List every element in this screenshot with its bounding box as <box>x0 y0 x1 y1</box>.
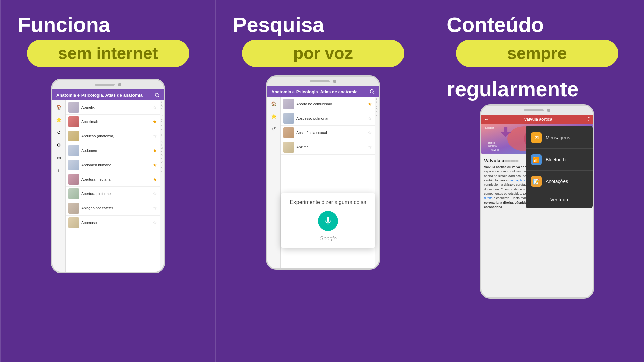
thumb <box>283 113 294 124</box>
phone-mockup-1: Anatomia e Psicologia. Atlas de anatomia… <box>51 79 165 273</box>
phone-mockup-2: Anatomia e Psicologia. Atlas de anatomia… <box>266 75 380 270</box>
notes-label: Anotações <box>546 179 568 184</box>
voice-overlay: Experimente dizer alguma coisa Google <box>281 193 375 248</box>
thumb <box>68 174 79 185</box>
settings-icon-1[interactable]: ⚙ <box>55 141 63 149</box>
share-bluetooth-item[interactable]: 📶 Bluetooth <box>526 150 593 169</box>
app-content-1: 🏠 ⭐ ↺ ⚙ ✉ ℹ Abarelix ☆ Abciximab ★ <box>52 100 164 273</box>
home-icon-2[interactable]: 🏠 <box>270 100 278 108</box>
mail-icon-1[interactable]: ✉ <box>55 154 63 162</box>
thumb <box>68 203 79 214</box>
panel2-pill: por voz <box>242 40 404 67</box>
star-icon[interactable]: ☆ <box>153 220 157 225</box>
phone-top-bar-1 <box>52 80 164 89</box>
history-icon-1[interactable]: ↺ <box>55 128 63 136</box>
thumb <box>68 217 79 228</box>
share-messages-item[interactable]: ✉ Mensagens <box>526 128 593 147</box>
thumb <box>68 102 79 113</box>
ver-tudo-item[interactable]: Ver tudo <box>526 194 593 206</box>
star-icon[interactable]: ☆ <box>368 116 372 121</box>
svg-text:pulmonar: pulmonar <box>488 145 498 148</box>
article-name: Abdução (anatomia) <box>81 134 151 138</box>
messages-icon: ✉ <box>531 132 542 143</box>
article-name: Abscesso pulmonar <box>296 116 366 120</box>
bluetooth-icon: 📶 <box>531 154 542 165</box>
thumb <box>283 99 294 109</box>
article-name: Abertura piriforme <box>81 192 151 196</box>
article-title-bar: ← válvula aórtica ⤴ <box>481 115 593 124</box>
thumb <box>68 116 79 127</box>
article-name: Abdómen <box>81 148 151 153</box>
list-item[interactable]: Abscesso pulmonar ☆ <box>281 111 375 126</box>
star-sidebar-icon-1[interactable]: ⭐ <box>55 116 63 124</box>
list-item[interactable]: Abciximab ★ <box>66 115 160 129</box>
list-item[interactable]: Abertura piriforme ☆ <box>66 187 160 201</box>
star-sidebar-icon-2[interactable]: ⭐ <box>270 112 278 120</box>
article-title: válvula aórtica <box>524 117 552 122</box>
list-item[interactable]: Abertura mediana ★ <box>66 172 160 187</box>
star-icon[interactable]: ★ <box>153 119 157 124</box>
list-item[interactable]: Abomaso ☆ <box>66 216 160 230</box>
share-notes-item[interactable]: 📝 Anotações <box>526 172 593 191</box>
panel-funciona: Funciona sem internet Anatomia e Psicolo… <box>0 0 216 362</box>
phone-speaker-1 <box>95 84 115 86</box>
thumb <box>283 127 294 138</box>
svg-text:Tronco: Tronco <box>488 142 495 144</box>
star-icon[interactable]: ★ <box>153 162 157 168</box>
star-icon[interactable]: ☆ <box>153 205 157 211</box>
list-item[interactable]: Ablação por cateter ☆ <box>66 201 160 216</box>
app-title-2: Anatomia e Psicologia. Atlas de anatomia <box>271 89 369 94</box>
svg-point-0 <box>155 93 158 96</box>
panel3-sub-heading: regularmente <box>447 77 627 101</box>
home-icon-1[interactable]: 🏠 <box>55 103 63 111</box>
phone-mockup-3: ← válvula aórtica ⤴ superior esquer <box>480 104 594 299</box>
star-icon[interactable]: ☆ <box>153 105 157 110</box>
thumb <box>68 131 79 141</box>
star-icon[interactable]: ☆ <box>153 133 157 139</box>
article-name: Abciximab <box>81 120 151 124</box>
link-direita[interactable]: direita <box>484 196 493 200</box>
share-icon[interactable]: ⤴ <box>587 116 590 122</box>
list-item[interactable]: Abarelix ☆ <box>66 100 160 115</box>
article-name: Ablação por cateter <box>81 206 151 210</box>
svg-text:superior: superior <box>485 126 494 129</box>
svg-line-3 <box>373 93 374 94</box>
list-item[interactable]: Abdómen ★ <box>66 143 160 158</box>
search-icon-1[interactable] <box>154 92 160 98</box>
share-divider-1 <box>526 148 593 149</box>
history-icon-2[interactable]: ↺ <box>270 125 278 133</box>
list-item[interactable]: Aborto no comunismo ★ <box>281 97 375 111</box>
star-icon[interactable]: ★ <box>153 177 157 182</box>
thumb <box>283 142 294 153</box>
star-icon[interactable]: ★ <box>153 148 157 153</box>
article-name: Abarelix <box>81 105 151 109</box>
star-icon[interactable]: ☆ <box>368 130 372 135</box>
phone-camera-3 <box>547 109 550 112</box>
messages-label: Mensagens <box>546 135 570 140</box>
article-list-1: Abarelix ☆ Abciximab ★ Abdução (anatomia… <box>66 100 160 273</box>
svg-text:Valva do: Valva do <box>491 149 499 151</box>
back-icon[interactable]: ← <box>484 116 489 122</box>
panel1-pill: sem internet <box>27 40 189 67</box>
article-name: Abstinência sexual <box>296 131 366 135</box>
mic-button[interactable] <box>318 211 338 231</box>
list-item[interactable]: Abdução (anatomia) ☆ <box>66 129 160 143</box>
voice-prompt-text: Experimente dizer alguma coisa <box>290 199 366 205</box>
svg-point-2 <box>370 90 373 93</box>
app-header-2: Anatomia e Psicologia. Atlas de anatomia <box>267 86 379 97</box>
star-icon[interactable]: ★ <box>368 101 372 107</box>
app-header-1: Anatomia e Psicologia. Atlas de anatomia <box>52 89 164 100</box>
star-icon[interactable]: ☆ <box>153 191 157 196</box>
list-item[interactable]: Abstinência sexual ☆ <box>281 126 375 140</box>
article-name: Abdômen humano <box>81 163 151 167</box>
list-item[interactable]: Abzima ☆ <box>281 140 375 155</box>
phone-top-bar-3 <box>481 106 593 115</box>
list-item[interactable]: Abdômen humano ★ <box>66 158 160 172</box>
share-divider-2 <box>526 170 593 171</box>
left-sidebar-1: 🏠 ⭐ ↺ ⚙ ✉ ℹ <box>52 100 66 273</box>
search-icon-2[interactable] <box>369 89 375 94</box>
star-icon[interactable]: ☆ <box>368 144 372 150</box>
svg-line-1 <box>158 96 159 97</box>
info-icon-1[interactable]: ℹ <box>55 167 63 175</box>
panel-pesquisa: Pesquisa por voz Anatomia e Psicologia. … <box>216 0 430 362</box>
